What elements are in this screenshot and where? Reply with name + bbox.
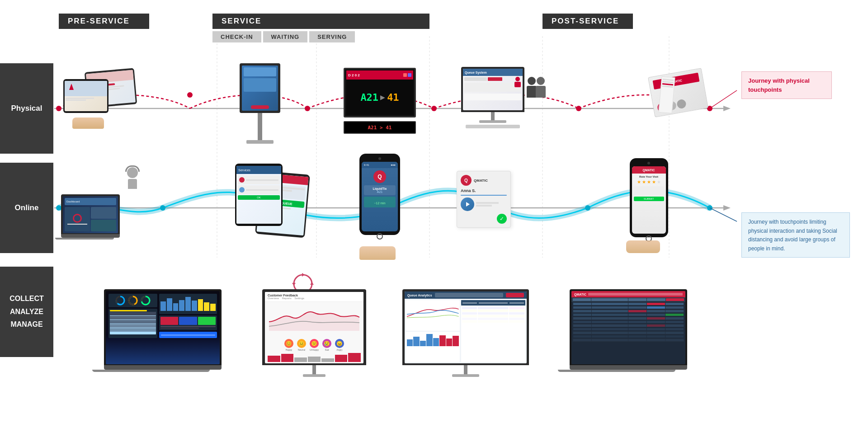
svg-point-20 bbox=[585, 205, 590, 211]
svg-point-16 bbox=[160, 205, 165, 211]
svg-point-12 bbox=[431, 106, 437, 111]
svg-point-21 bbox=[707, 205, 712, 211]
header-row: PRE-SERVICE SERVICE CHECK-IN WAITING SER… bbox=[59, 14, 841, 42]
online-waiting-device: 9:41 ●●● Q LiquidTix A21 bbox=[353, 154, 407, 253]
svg-point-13 bbox=[576, 106, 581, 111]
svg-point-9 bbox=[56, 106, 61, 111]
main-container: PRE-SERVICE SERVICE CHECK-IN WAITING SER… bbox=[0, 0, 868, 423]
svg-marker-8 bbox=[723, 205, 731, 211]
post-service-label: POST-SERVICE bbox=[542, 14, 633, 29]
collect-device-2-monitor: Customer Feedback Overview Reports Setti… bbox=[262, 289, 366, 377]
online-postservice-device: QMATIC Rate Your Visit ★ ★ ★ ★ ★ bbox=[624, 158, 674, 249]
collect-device-4-laptop: QMATIC bbox=[570, 289, 687, 372]
serving-label: SERVING bbox=[309, 31, 355, 42]
physical-person-icon bbox=[527, 77, 537, 98]
online-checkin-device: QMATIC bbox=[235, 164, 307, 240]
svg-point-11 bbox=[305, 106, 310, 111]
collect-device-1-laptop bbox=[104, 289, 222, 372]
svg-marker-27 bbox=[302, 273, 305, 277]
collect-device-3-monitor: Queue Analytics bbox=[402, 289, 529, 377]
online-preservice-device: Dashboard bbox=[61, 167, 142, 240]
svg-line-23 bbox=[710, 208, 737, 221]
service-label: SERVICE bbox=[212, 14, 429, 29]
svg-marker-6 bbox=[723, 106, 731, 111]
svg-point-10 bbox=[187, 92, 193, 98]
physical-annotation: Journey with physical touchpoints bbox=[741, 71, 832, 99]
service-block: SERVICE CHECK-IN WAITING SERVING bbox=[212, 14, 542, 42]
pre-service-block: PRE-SERVICE bbox=[59, 14, 212, 29]
sub-phase-row: CHECK-IN WAITING SERVING bbox=[212, 31, 542, 42]
post-service-block: POST-SERVICE bbox=[542, 14, 841, 29]
collect-row-label: COLLECT ANALYZE MANAGE bbox=[0, 267, 53, 357]
physical-checkin-device bbox=[240, 63, 280, 146]
physical-serving-device: Queue System bbox=[461, 67, 524, 128]
checkin-label: CHECK-IN bbox=[212, 31, 261, 42]
physical-preservice-device bbox=[63, 70, 136, 126]
physical-row-label: Physical bbox=[0, 63, 53, 154]
physical-postservice-device: QMATIC bbox=[651, 72, 714, 122]
waiting-label: WAITING bbox=[263, 31, 308, 42]
online-serving-device: Q QMATIC Anna S. ✓ bbox=[457, 171, 511, 228]
online-annotation: Journey with touchpoints limiting physic… bbox=[741, 212, 850, 258]
online-row-label: Online bbox=[0, 163, 53, 253]
pre-service-label: PRE-SERVICE bbox=[59, 14, 149, 29]
